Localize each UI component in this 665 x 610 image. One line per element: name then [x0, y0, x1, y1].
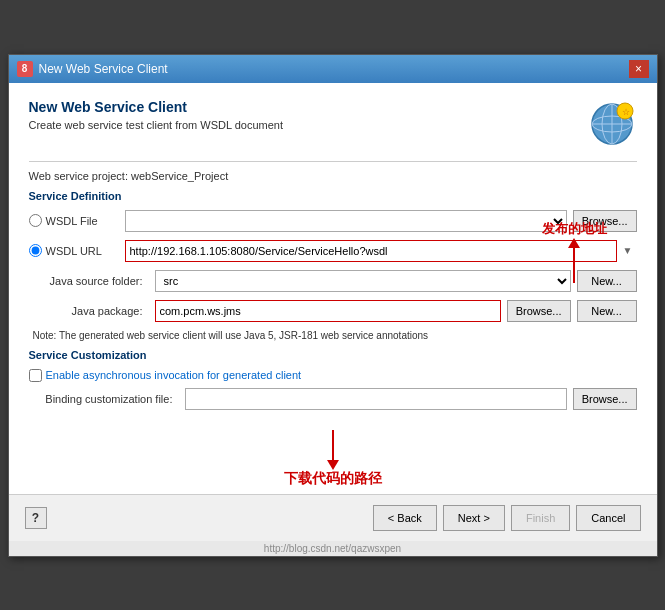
java-package-input[interactable]	[155, 300, 501, 322]
header-text: New Web Service Client Create web servic…	[29, 99, 284, 131]
binding-file-input[interactable]	[185, 388, 567, 410]
footer-right: < Back Next > Finish Cancel	[373, 505, 641, 531]
service-customization-title: Service Customization	[29, 349, 637, 361]
help-button[interactable]: ?	[25, 507, 47, 529]
note-text: Note: The generated web service client w…	[33, 330, 637, 341]
java-package-label: Java package:	[29, 305, 149, 317]
java-source-label: Java source folder:	[29, 275, 149, 287]
header-divider	[29, 161, 637, 162]
annotation-top-right: 发布的地址	[542, 220, 607, 283]
annotation-bottom-text: 下载代码的路径	[284, 470, 382, 488]
service-definition-title: Service Definition	[29, 190, 637, 202]
binding-file-row: Binding customization file: Browse...	[29, 388, 637, 410]
watermark: http://blog.csdn.net/qazwsxpen	[9, 541, 657, 556]
globe-icon: ☆	[587, 99, 637, 149]
wsdl-url-label: WSDL URL	[46, 245, 102, 257]
titlebar-title: New Web Service Client	[39, 62, 168, 76]
close-button[interactable]: ×	[629, 60, 649, 78]
back-button[interactable]: < Back	[373, 505, 437, 531]
arrow-down-icon	[327, 430, 339, 470]
wsdl-url-dropdown-arrow: ▼	[623, 245, 637, 256]
dialog-content: New Web Service Client Create web servic…	[9, 83, 657, 494]
java-package-new-button[interactable]: New...	[577, 300, 637, 322]
dialog-window: 8 New Web Service Client × New Web Servi…	[8, 54, 658, 557]
java-package-browse-button[interactable]: Browse...	[507, 300, 571, 322]
binding-file-browse-button[interactable]: Browse...	[573, 388, 637, 410]
svg-text:☆: ☆	[622, 107, 630, 117]
annotation-bottom-left: 下载代码的路径	[29, 430, 637, 488]
wsdl-url-radio-label: WSDL URL	[29, 244, 119, 257]
app-icon: 8	[17, 61, 33, 77]
titlebar: 8 New Web Service Client ×	[9, 55, 657, 83]
async-checkbox[interactable]	[29, 369, 42, 382]
binding-file-label: Binding customization file:	[29, 393, 179, 405]
async-checkbox-label: Enable asynchronous invocation for gener…	[46, 369, 302, 381]
binding-file-field-group: Browse...	[185, 388, 637, 410]
dialog-title: New Web Service Client	[29, 99, 284, 115]
java-package-field-group: Browse... New...	[155, 300, 637, 322]
footer-left: ?	[25, 507, 47, 529]
dialog-subtitle: Create web service test client from WSDL…	[29, 119, 284, 131]
cancel-button[interactable]: Cancel	[576, 505, 640, 531]
project-info: Web service project: webService_Project	[29, 170, 637, 182]
finish-button[interactable]: Finish	[511, 505, 570, 531]
titlebar-left: 8 New Web Service Client	[17, 61, 168, 77]
header-section: New Web Service Client Create web servic…	[29, 99, 637, 149]
wsdl-file-radio[interactable]	[29, 214, 42, 227]
async-checkbox-row: Enable asynchronous invocation for gener…	[29, 369, 637, 382]
form-area: 发布的地址 Service Definition WSDL File	[29, 190, 637, 478]
wsdl-file-radio-label: WSDL File	[29, 214, 119, 227]
dialog-footer: ? < Back Next > Finish Cancel	[9, 494, 657, 541]
next-button[interactable]: Next >	[443, 505, 505, 531]
wsdl-file-select[interactable]	[125, 210, 567, 232]
arrow-up-icon	[568, 238, 580, 283]
java-package-row: Java package: Browse... New...	[29, 300, 637, 322]
java-source-select[interactable]: src	[155, 270, 571, 292]
wsdl-url-radio[interactable]	[29, 244, 42, 257]
wsdl-file-label: WSDL File	[46, 215, 98, 227]
